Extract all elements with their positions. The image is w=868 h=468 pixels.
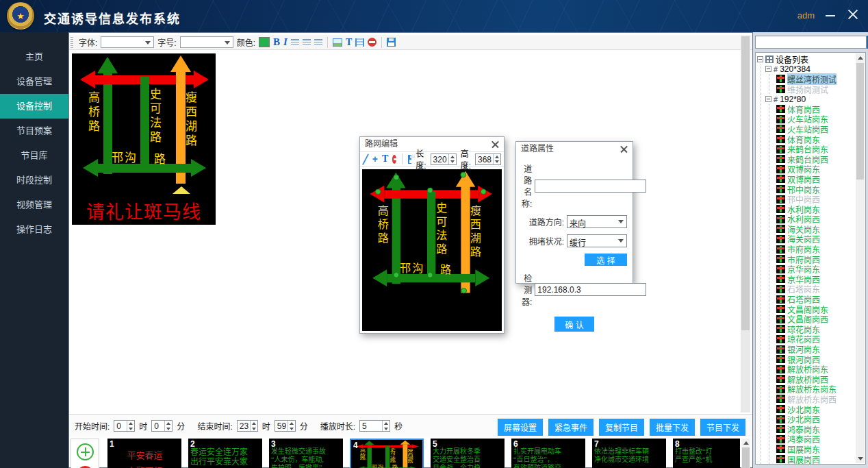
bold-button[interactable]: B	[273, 36, 280, 48]
sidebar-item-3[interactable]: 节目预案	[0, 119, 68, 143]
tree-collapse-toggle[interactable]	[757, 56, 763, 62]
save-icon[interactable]	[408, 155, 412, 164]
playlist-item-6[interactable]: 6扎实开展电动车“百日整治”，有效预防道路交通事故。	[511, 439, 585, 468]
add-node-icon[interactable]: +	[372, 153, 378, 164]
edit-handle[interactable]	[394, 272, 400, 278]
traffic-signal-icon	[776, 275, 785, 283]
font-select[interactable]	[101, 36, 154, 48]
start-minute-stepper[interactable]: 0	[151, 420, 173, 432]
action-button-2[interactable]: 复制节目	[599, 419, 644, 436]
tree-device-item[interactable]: 国展岗西	[787, 454, 820, 465]
sign-preview[interactable]: 高桥路史可法路瘦西湖路邗沟路请礼让斑马线	[72, 53, 216, 225]
road-direction-select[interactable]: 来向	[567, 215, 627, 228]
sidebar-item-0[interactable]: 主页	[0, 45, 68, 69]
action-button-3[interactable]: 批量下发	[650, 419, 695, 436]
toolbar-gripper[interactable]	[71, 37, 73, 48]
playlist-item-4[interactable]: 4高桥路史可法路瘦西湖路邗沟路请礼让斑马线	[350, 439, 424, 468]
road-label-cross: 邗沟	[112, 148, 138, 165]
length-stepper[interactable]: 320	[431, 153, 457, 165]
close-icon[interactable]	[491, 140, 500, 149]
edit-handle[interactable]	[427, 272, 433, 278]
traffic-signal-icon	[776, 215, 785, 223]
playlist-item-2[interactable]: 2春运安全连万家出行平安靠大家	[188, 439, 262, 468]
color-swatch[interactable]	[259, 37, 270, 47]
playlist-item-text: 春运安全连万家出行平安靠大家	[190, 447, 261, 467]
end-minute-stepper[interactable]: 59	[275, 420, 296, 432]
congestion-select[interactable]: 缓行	[567, 234, 627, 247]
end-hour-stepper[interactable]: 23	[237, 420, 258, 432]
playlist-item-1[interactable]: 1平安春运交警同行	[107, 439, 181, 468]
tree-collapse-toggle[interactable]	[765, 66, 771, 72]
sidebar-item-7[interactable]: 操作日志	[0, 217, 68, 242]
spacing-icon[interactable]	[355, 38, 364, 47]
tree-collapse-toggle[interactable]	[765, 96, 771, 102]
scroll-up-icon[interactable]	[858, 56, 863, 60]
sidebar-item-6[interactable]: 视频管理	[0, 193, 68, 217]
canvas-vertical-scrollbar[interactable]	[741, 36, 750, 412]
playlist-vertical-scrollbar[interactable]	[741, 439, 750, 468]
device-search-input[interactable]	[755, 36, 867, 49]
action-button-0[interactable]: 屏幕设置	[498, 419, 543, 436]
tree-vertical-scrollbar[interactable]	[856, 53, 865, 463]
font-size-select[interactable]	[180, 36, 233, 48]
add-program-button[interactable]	[77, 443, 94, 460]
playlist-item-number: 7	[594, 439, 599, 449]
playlist-item-5[interactable]: 5大力开展秋冬季交通安全整治百日会战，全力稳定道路交通安全形势！	[431, 439, 505, 468]
duration-stepper[interactable]: 5	[359, 420, 390, 432]
traffic-signal-icon	[776, 235, 785, 243]
chevron-down-icon	[225, 41, 230, 45]
close-icon[interactable]	[847, 9, 858, 20]
road-network-canvas[interactable]: 高桥路史可法路瘦西湖路邗沟路	[362, 169, 502, 331]
traffic-signal-icon	[776, 305, 785, 313]
traffic-signal-icon	[776, 445, 785, 453]
traffic-signal-icon	[776, 165, 785, 173]
edit-handle[interactable]	[481, 189, 487, 195]
edit-handle[interactable]	[427, 188, 433, 194]
tree-group-0[interactable]: 320*384	[780, 64, 810, 74]
align-right-icon[interactable]	[314, 39, 322, 45]
road-label-right: 瘦西湖路	[469, 205, 480, 260]
edit-handle[interactable]	[394, 175, 400, 181]
align-left-icon[interactable]	[291, 39, 299, 45]
scroll-down-icon[interactable]	[858, 457, 863, 460]
height-stepper[interactable]: 368	[475, 153, 501, 165]
save-icon[interactable]	[387, 38, 396, 47]
sidebar-item-2[interactable]: 设备控制	[0, 94, 68, 119]
scroll-up-icon[interactable]	[743, 441, 749, 445]
tree-device-item[interactable]: 维扬岗测试	[787, 84, 828, 95]
sidebar-item-5[interactable]: 时段控制	[0, 168, 68, 193]
text-tool-icon[interactable]: T	[346, 37, 352, 48]
playlist-item-3[interactable]: 3发生轻微交通事故“人未伤，车能动,先拍照，后撤离”	[269, 439, 343, 468]
hour-unit: 时	[262, 420, 270, 432]
playlist-item-7[interactable]: 7依法治理非标车辆 净化城市交通环境	[592, 439, 666, 468]
sidebar-item-1[interactable]: 设备管理	[0, 69, 68, 94]
playlist-item-8[interactable]: 8打击整改“灯 严查严处“机	[673, 439, 740, 468]
traffic-signal-icon	[776, 425, 785, 433]
draw-line-icon[interactable]: ╱	[363, 154, 368, 164]
select-button[interactable]: 选 择	[585, 254, 627, 266]
edit-handle[interactable]	[375, 189, 381, 195]
detector-input[interactable]	[535, 283, 646, 296]
close-icon[interactable]	[620, 145, 628, 153]
logged-in-user[interactable]: adm	[797, 10, 815, 21]
road-label-middle: 史可法路	[390, 449, 395, 463]
action-button-4[interactable]: 节目下发	[700, 419, 745, 436]
edit-handle[interactable]	[460, 172, 466, 178]
traffic-signal-icon	[776, 265, 785, 273]
italic-button[interactable]: I	[283, 36, 288, 48]
tree-root-label[interactable]: 设备列表	[776, 53, 808, 65]
group-icon: #	[774, 65, 778, 73]
action-button-1[interactable]: 紧急事件	[548, 419, 593, 436]
edit-handle[interactable]	[461, 288, 467, 294]
road-name-input[interactable]	[535, 180, 646, 193]
sidebar-item-4[interactable]: 节目库	[0, 143, 68, 168]
start-hour-stepper[interactable]: 0	[114, 420, 135, 432]
align-center-icon[interactable]	[303, 39, 311, 45]
tree-group-1[interactable]: 192*80	[780, 95, 806, 104]
confirm-button[interactable]: 确 认	[554, 317, 594, 332]
text-tool-icon[interactable]: T	[382, 153, 388, 164]
insert-image-icon[interactable]	[333, 38, 342, 47]
delete-icon[interactable]	[392, 155, 396, 164]
minimize-icon[interactable]	[826, 15, 835, 16]
delete-icon[interactable]	[368, 38, 376, 47]
